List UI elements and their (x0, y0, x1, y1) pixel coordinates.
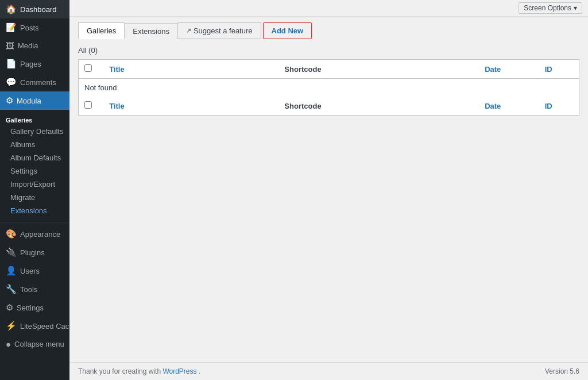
filter-row: All (0) (78, 46, 579, 55)
sidebar-sub-gallery-defaults[interactable]: Gallery Defaults (0, 125, 69, 138)
sidebar-label-litespeed: LiteSpeed Cache (20, 322, 69, 331)
sidebar-item-modula[interactable]: ⚙ Modula (0, 91, 69, 110)
sidebar-sub-migrate[interactable]: Migrate (0, 191, 69, 204)
sidebar-label-modula: Modula (17, 97, 41, 105)
sidebar-label-appearance: Appearance (20, 230, 60, 239)
table-header-date[interactable]: Date (479, 60, 539, 79)
sidebar-item-pages[interactable]: 📄 Pages (0, 55, 69, 73)
table-header-id[interactable]: ID (539, 60, 579, 79)
select-all-checkbox[interactable] (84, 64, 92, 72)
sidebar-label-comments: Comments (20, 78, 56, 87)
tabs-row: Galleries Extensions ↗ Suggest a feature… (78, 22, 579, 39)
plugins-icon: 🔌 (6, 247, 17, 258)
topbar: Screen Options ▾ (69, 0, 588, 17)
litespeed-icon: ⚡ (6, 321, 17, 331)
sidebar-label-users: Users (20, 267, 40, 275)
sidebar-item-users[interactable]: 👤 Users (0, 262, 69, 280)
sidebar-label-settings: Settings (17, 304, 44, 312)
sidebar-sub-settings[interactable]: Settings (0, 164, 69, 178)
sidebar-item-comments[interactable]: 💬 Comments (0, 73, 69, 91)
main-content: Screen Options ▾ Galleries Extensions ↗ … (69, 0, 588, 380)
tab-galleries-label: Galleries (87, 26, 116, 35)
table-header-row: Title Shortcode Date ID (79, 60, 579, 79)
sidebar-item-settings[interactable]: ⚙ Settings (0, 298, 69, 317)
tab-extensions-label: Extensions (133, 27, 169, 36)
sidebar-label-plugins: Plugins (20, 248, 45, 257)
screen-options-arrow: ▾ (574, 4, 577, 12)
sidebar-label-dashboard: Dashboard (20, 5, 57, 14)
table-footer-title[interactable]: Title (103, 97, 278, 116)
tab-add-new-label: Add New (272, 26, 304, 35)
tools-icon: 🔧 (6, 284, 17, 294)
table-footer-checkbox[interactable] (79, 97, 104, 116)
modula-icon: ⚙ (6, 95, 13, 106)
sidebar-divider (0, 222, 69, 222)
sidebar-sub-extensions[interactable]: Extensions (0, 204, 69, 217)
table-footer-row: Title Shortcode Date ID (79, 97, 579, 116)
external-link-icon: ↗ (186, 27, 191, 34)
sidebar-item-plugins[interactable]: 🔌 Plugins (0, 243, 69, 262)
tab-extensions[interactable]: Extensions (124, 23, 178, 39)
screen-options-label: Screen Options (524, 4, 571, 12)
sidebar-item-appearance[interactable]: 🎨 Appearance (0, 225, 69, 243)
tab-suggest-label: Suggest a feature (194, 26, 253, 35)
screen-options-button[interactable]: Screen Options ▾ (519, 2, 582, 14)
users-icon: 👤 (6, 266, 17, 276)
sidebar-galleries-section: Galleries Gallery Defaults Albums Album … (0, 110, 69, 220)
tab-add-new[interactable]: Add New (263, 22, 312, 39)
sidebar-label-tools: Tools (20, 285, 37, 294)
footer-thank-you-text: Thank you for creating with (78, 367, 163, 375)
footer-credit: Thank you for creating with WordPress . (78, 367, 200, 375)
sidebar-item-dashboard[interactable]: 🏠 Dashboard (0, 0, 69, 18)
sidebar-sub-albums[interactable]: Albums (0, 138, 69, 151)
sidebar-label-posts: Posts (20, 24, 39, 32)
galleries-table: Title Shortcode Date ID Not found (78, 59, 579, 116)
tab-suggest[interactable]: ↗ Suggest a feature (177, 22, 261, 39)
media-icon: 🖼 (6, 41, 14, 51)
tab-galleries[interactable]: Galleries (78, 22, 125, 39)
sidebar: 🏠 Dashboard 📝 Posts 🖼 Media 📄 Pages 💬 Co… (0, 0, 69, 380)
select-all-footer-checkbox[interactable] (84, 101, 92, 109)
dashboard-icon: 🏠 (6, 4, 17, 14)
sidebar-sub-album-defaults[interactable]: Album Defaults (0, 151, 69, 164)
comments-icon: 💬 (6, 77, 17, 87)
table-header-shortcode: Shortcode (278, 60, 479, 79)
sidebar-galleries-title: Galleries (0, 114, 69, 125)
table-header-checkbox[interactable] (79, 60, 104, 79)
filter-count: (0) (88, 46, 98, 55)
wordpress-link[interactable]: WordPress (163, 367, 198, 375)
sidebar-item-tools[interactable]: 🔧 Tools (0, 280, 69, 298)
table-footer-id[interactable]: ID (539, 97, 579, 116)
sidebar-label-pages: Pages (20, 60, 41, 68)
table-row-not-found: Not found (79, 79, 579, 97)
collapse-icon: ● (6, 339, 11, 349)
sidebar-item-collapse[interactable]: ● Collapse menu (0, 335, 69, 353)
pages-icon: 📄 (6, 59, 17, 69)
not-found-cell: Not found (79, 79, 579, 97)
sidebar-item-media[interactable]: 🖼 Media (0, 37, 69, 55)
sidebar-sub-import-export[interactable]: Import/Export (0, 178, 69, 191)
sidebar-label-media: Media (18, 41, 38, 50)
version-label: Version 5.6 (545, 367, 579, 375)
posts-icon: 📝 (6, 22, 17, 33)
content-area: Galleries Extensions ↗ Suggest a feature… (69, 17, 588, 362)
filter-all-label[interactable]: All (78, 46, 86, 55)
appearance-icon: 🎨 (6, 229, 17, 239)
table-header-title[interactable]: Title (103, 60, 278, 79)
sidebar-item-litespeed[interactable]: ⚡ LiteSpeed Cache (0, 317, 69, 335)
sidebar-label-collapse: Collapse menu (14, 340, 64, 348)
table-footer-date[interactable]: Date (479, 97, 539, 116)
settings-icon: ⚙ (6, 302, 13, 313)
page-footer: Thank you for creating with WordPress . … (69, 362, 588, 380)
table-footer-shortcode: Shortcode (278, 97, 479, 116)
sidebar-item-posts[interactable]: 📝 Posts (0, 18, 69, 37)
